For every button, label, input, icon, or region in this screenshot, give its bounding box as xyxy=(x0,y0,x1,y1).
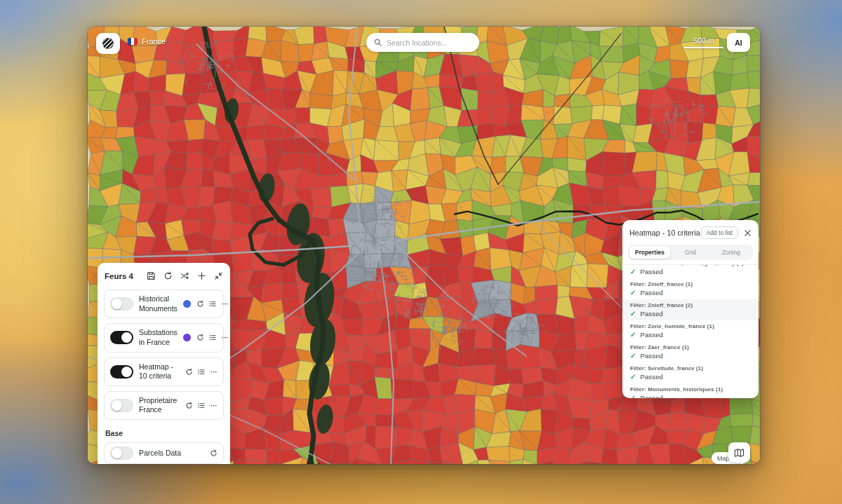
status-icon: ✓ xyxy=(630,395,636,399)
scale-bar xyxy=(684,47,723,48)
project-title: Feurs 4 xyxy=(105,272,147,280)
layer-toggle[interactable] xyxy=(110,331,133,344)
refresh-icon[interactable] xyxy=(196,334,204,341)
layer-toggle[interactable] xyxy=(110,297,133,311)
layer-row-proprietaire[interactable]: Proprietaire France xyxy=(104,391,224,420)
more-icon[interactable] xyxy=(210,402,218,409)
refresh-icon[interactable] xyxy=(185,402,193,409)
status-text: Passed xyxy=(640,352,663,360)
base-section-label: Base xyxy=(105,429,222,437)
heatmap-panel-title: Heatmap - 10 criteria xyxy=(629,229,701,237)
layer-label: Historical Monuments xyxy=(139,294,178,313)
france-flag-icon xyxy=(128,38,138,45)
status-icon: ✓ xyxy=(630,374,636,381)
map-icon xyxy=(734,448,744,458)
filter-row: Filter: Substations_france_grid_safety (… xyxy=(622,264,759,278)
base-row-parcels[interactable]: Parcels Data xyxy=(104,442,224,464)
more-icon[interactable] xyxy=(221,300,229,308)
list-icon[interactable] xyxy=(208,300,217,308)
tab-properties[interactable]: Properties xyxy=(629,246,670,259)
layer-label: Heatmap - 10 criteria xyxy=(139,362,180,381)
status-text: Passed xyxy=(640,310,663,318)
ai-button[interactable]: AI xyxy=(727,33,750,52)
filter-row: Filter: Zone_humide_france (1) ✓Passed xyxy=(622,320,759,341)
filter-row: Filter: Servitude_france (1) ✓Passed xyxy=(622,362,759,383)
layers-panel: Feurs 4 xyxy=(98,263,230,464)
search-icon xyxy=(374,39,382,46)
tab-grid[interactable]: Grid xyxy=(670,246,711,259)
refresh-icon[interactable] xyxy=(196,300,204,308)
country-label: France xyxy=(142,37,166,46)
filter-row: Filter: Znieff_france (2) ✓Passed xyxy=(622,299,759,320)
refresh-icon[interactable] xyxy=(210,449,218,457)
filter-row: Filter: Znieff_france (1) ✓Passed xyxy=(622,278,759,299)
collapse-icon[interactable] xyxy=(214,271,223,280)
status-text: Passed xyxy=(640,373,663,381)
save-icon[interactable] xyxy=(147,271,156,280)
brand-logo-icon xyxy=(101,36,115,50)
add-icon[interactable] xyxy=(197,271,206,280)
filter-list[interactable]: Filter: Substations_france_grid_safety (… xyxy=(622,264,759,398)
scale-label: 500 m xyxy=(693,36,714,45)
app-window: France Search locations... 500 m AI Feur… xyxy=(88,27,760,464)
status-icon: ✓ xyxy=(630,268,636,275)
search-input[interactable]: Search locations... xyxy=(366,33,479,52)
status-text: Passed xyxy=(640,268,663,275)
status-icon: ✓ xyxy=(630,353,636,360)
status-icon: ✓ xyxy=(630,290,636,297)
layer-row-heatmap[interactable]: Heatmap - 10 criteria xyxy=(104,357,224,386)
layer-toggle[interactable] xyxy=(110,399,133,412)
search-placeholder: Search locations... xyxy=(387,39,447,47)
status-text: Passed xyxy=(640,331,663,339)
refresh-icon[interactable] xyxy=(163,271,173,280)
list-icon[interactable] xyxy=(197,368,206,376)
list-icon[interactable] xyxy=(208,334,217,341)
status-icon: ✓ xyxy=(630,311,636,318)
map-scale: 500 m xyxy=(684,36,723,48)
tab-zoning[interactable]: Zoning xyxy=(711,246,751,259)
base-toggle[interactable] xyxy=(110,447,133,460)
shuffle-icon[interactable] xyxy=(180,271,189,280)
layer-label: Proprietaire France xyxy=(139,396,180,415)
layer-label: Substations in France xyxy=(139,328,178,347)
basemap-button[interactable] xyxy=(728,442,750,463)
heatmap-panel: Heatmap - 10 criteria Add to list Proper… xyxy=(622,220,759,398)
layer-row-substations[interactable]: Substations in France xyxy=(104,323,224,352)
app-logo-button[interactable] xyxy=(96,33,120,54)
country-indicator[interactable]: France xyxy=(128,37,166,46)
refresh-icon[interactable] xyxy=(185,368,193,376)
filter-row: Filter: Monuments_historiques (1) ✓Passe… xyxy=(622,383,759,398)
more-icon[interactable] xyxy=(210,368,218,376)
layer-color-dot xyxy=(183,334,191,341)
status-text: Passed xyxy=(640,289,663,297)
layer-toggle[interactable] xyxy=(110,365,133,379)
status-icon: ✓ xyxy=(630,332,636,339)
list-icon[interactable] xyxy=(197,402,206,409)
filter-row: Filter: Zaer_france (1) ✓Passed xyxy=(622,341,759,362)
layer-row-historical-monuments[interactable]: Historical Monuments xyxy=(104,290,224,318)
heatmap-tabs: Properties Grid Zoning xyxy=(628,245,753,260)
close-icon[interactable] xyxy=(744,229,751,237)
add-to-list-button[interactable]: Add to list xyxy=(701,226,738,239)
more-icon[interactable] xyxy=(221,334,229,341)
base-label: Parcels Data xyxy=(139,449,204,458)
layer-color-dot xyxy=(183,300,191,308)
desktop-wallpaper: France Search locations... 500 m AI Feur… xyxy=(0,0,842,504)
status-text: Passed xyxy=(640,394,663,398)
